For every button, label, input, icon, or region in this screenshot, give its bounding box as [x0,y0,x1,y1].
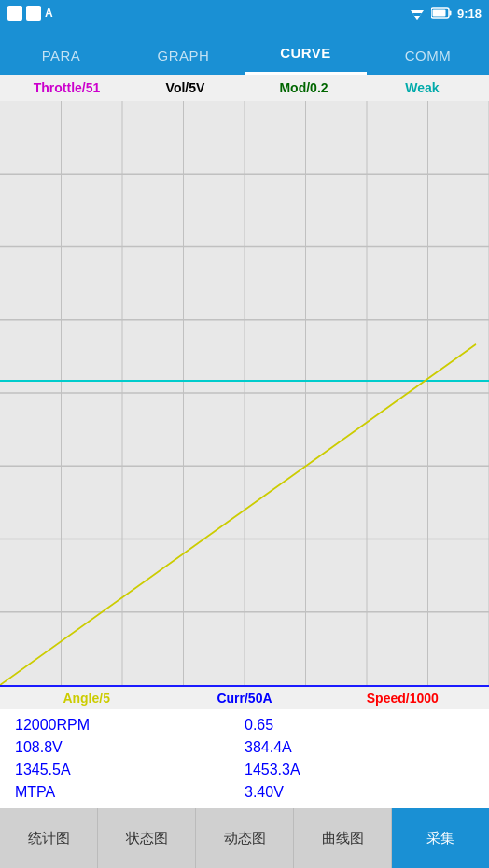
btn-stats[interactable]: 统计图 [0,808,98,868]
stat-rpm: 12000RPM [15,717,244,734]
stat-val2: 384.4A [244,739,474,756]
btn-collect[interactable]: 采集 [392,808,489,868]
footer-angle: Angle/5 [7,691,165,706]
stats-area: 12000RPM 0.65 108.8V 384.4A 1345.5A 1453… [0,709,489,808]
header-weak: Weak [363,80,482,95]
tab-curve[interactable]: CURVE [244,45,367,75]
status-sq2 [26,6,41,21]
stat-current: 1345.5A [15,762,244,778]
chart-svg [0,101,489,685]
header-vol: Vol/5V [126,80,244,95]
header-mod: Mod/0.2 [244,80,363,95]
chart-area[interactable] [0,101,489,685]
svg-marker-2 [414,16,420,20]
btn-curve[interactable]: 曲线图 [294,808,392,868]
battery-icon [431,7,452,19]
status-right-icons: 9:18 [409,7,482,21]
stat-voltage: 108.8V [15,739,244,756]
wifi-icon [409,7,426,20]
stat-val1: 0.65 [244,717,474,734]
btn-status[interactable]: 状态图 [98,808,196,868]
stats-grid: 12000RPM 0.65 108.8V 384.4A 1345.5A 1453… [15,717,474,801]
tab-graph[interactable]: GRAPH [122,48,244,75]
nav-tabs: PARA GRAPH CURVE COMM [0,26,489,75]
tab-comm[interactable]: COMM [367,48,489,75]
svg-rect-4 [449,11,451,16]
footer-speed: Speed/1000 [324,691,482,706]
header-throttle: Throttle/51 [7,80,126,95]
stat-val3: 1453.3A [244,762,474,778]
svg-rect-5 [432,10,445,17]
footer-curr: Curr/50A [165,691,323,706]
chart-footer: Angle/5 Curr/50A Speed/1000 [0,685,489,709]
status-sq1 [7,6,22,21]
chart-header: Throttle/51 Vol/5V Mod/0.2 Weak [0,75,489,101]
tab-para[interactable]: PARA [0,48,122,75]
status-icons: A [7,6,53,21]
stat-mtpa: MTPA [15,784,244,801]
time-display: 9:18 [457,7,482,21]
stat-val4: 3.40V [244,784,474,801]
status-letter: A [45,7,53,20]
bottom-toolbar: 统计图 状态图 动态图 曲线图 采集 [0,808,489,868]
btn-dynamic[interactable]: 动态图 [196,808,294,868]
status-bar: A 9:18 [0,0,489,26]
